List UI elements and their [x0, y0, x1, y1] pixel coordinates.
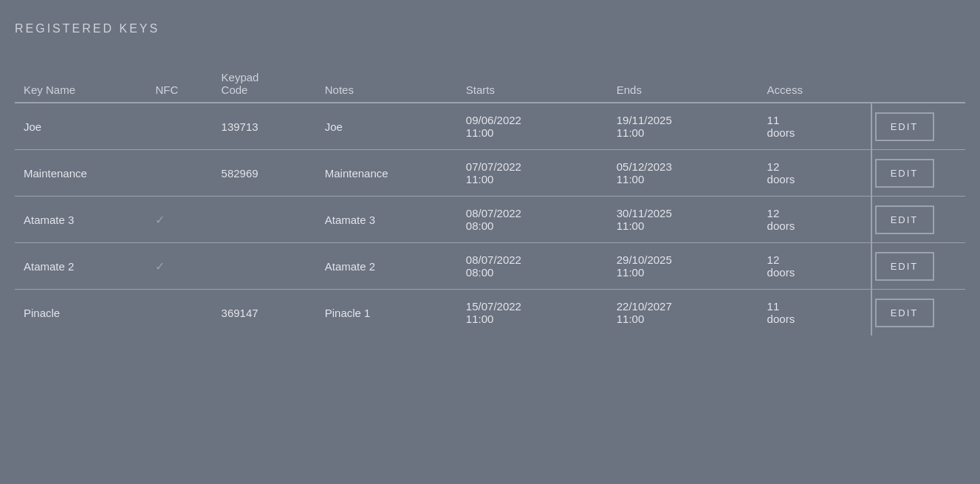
- cell-keyname: Atamate 3: [15, 197, 146, 243]
- cell-starts: 15/07/202211:00: [457, 290, 608, 336]
- edit-button-atamate-3[interactable]: EDIT: [875, 205, 934, 234]
- cell-keypad-code: 369147: [213, 290, 316, 336]
- cell-notes: Atamate 2: [316, 243, 457, 290]
- cell-notes: Atamate 3: [316, 197, 457, 243]
- cell-ends: 22/10/202711:00: [608, 290, 758, 336]
- cell-starts: 09/06/202211:00: [457, 103, 608, 150]
- edit-button-maintenance[interactable]: EDIT: [875, 159, 934, 188]
- cell-keypad-code: [213, 243, 316, 290]
- cell-access: 11doors: [758, 290, 871, 336]
- edit-button-pinacle[interactable]: EDIT: [875, 299, 934, 327]
- table-row: Atamate 3✓Atamate 308/07/202208:0030/11/…: [15, 197, 965, 243]
- main-container: REGISTERED KEYS Key Name NFC KeypadCode …: [15, 22, 965, 335]
- cell-starts: 08/07/202208:00: [457, 243, 608, 290]
- cell-keypad-code: 139713: [213, 103, 316, 150]
- table-body: Joe139713Joe09/06/202211:0019/11/202511:…: [15, 103, 965, 335]
- col-header-access: Access: [758, 65, 871, 103]
- cell-ends: 29/10/202511:00: [608, 243, 758, 290]
- cell-edit: EDIT: [871, 290, 965, 336]
- cell-starts: 07/07/202211:00: [457, 150, 608, 197]
- cell-nfc: [146, 290, 212, 336]
- cell-edit: EDIT: [871, 197, 965, 243]
- cell-ends: 19/11/202511:00: [608, 103, 758, 150]
- table-row: Pinacle369147Pinacle 115/07/202211:0022/…: [15, 290, 965, 336]
- col-header-edit: [871, 65, 965, 103]
- cell-keyname: Atamate 2: [15, 243, 146, 290]
- col-header-ends: Ends: [608, 65, 758, 103]
- cell-edit: EDIT: [871, 103, 965, 150]
- cell-access: 12doors: [758, 150, 871, 197]
- cell-access: 12doors: [758, 197, 871, 243]
- cell-access: 12doors: [758, 243, 871, 290]
- col-header-nfc: NFC: [146, 65, 212, 103]
- cell-keyname: Joe: [15, 103, 146, 150]
- registered-keys-table: Key Name NFC KeypadCode Notes Starts: [15, 65, 965, 335]
- edit-button-joe[interactable]: EDIT: [875, 112, 934, 141]
- col-header-notes: Notes: [316, 65, 457, 103]
- nfc-checkmark-icon: ✓: [155, 260, 165, 273]
- cell-ends: 05/12/202311:00: [608, 150, 758, 197]
- table-row: Atamate 2✓Atamate 208/07/202208:0029/10/…: [15, 243, 965, 290]
- cell-edit: EDIT: [871, 150, 965, 197]
- cell-nfc: [146, 103, 212, 150]
- col-header-starts: Starts: [457, 65, 608, 103]
- cell-keypad-code: 582969: [213, 150, 316, 197]
- page-title: REGISTERED KEYS: [15, 22, 965, 35]
- table-row: Maintenance582969Maintenance07/07/202211…: [15, 150, 965, 197]
- table-wrapper: Key Name NFC KeypadCode Notes Starts: [15, 65, 965, 335]
- cell-keyname: Maintenance: [15, 150, 146, 197]
- col-header-keyname: Key Name: [15, 65, 146, 103]
- cell-starts: 08/07/202208:00: [457, 197, 608, 243]
- cell-edit: EDIT: [871, 243, 965, 290]
- edit-button-atamate-2[interactable]: EDIT: [875, 252, 934, 281]
- table-header-row: Key Name NFC KeypadCode Notes Starts: [15, 65, 965, 103]
- cell-notes: Joe: [316, 103, 457, 150]
- cell-keypad-code: [213, 197, 316, 243]
- cell-nfc: ✓: [146, 197, 212, 243]
- cell-keyname: Pinacle: [15, 290, 146, 336]
- cell-notes: Pinacle 1: [316, 290, 457, 336]
- cell-nfc: ✓: [146, 243, 212, 290]
- cell-ends: 30/11/202511:00: [608, 197, 758, 243]
- col-header-keypad: KeypadCode: [213, 65, 316, 103]
- cell-nfc: [146, 150, 212, 197]
- table-row: Joe139713Joe09/06/202211:0019/11/202511:…: [15, 103, 965, 150]
- cell-notes: Maintenance: [316, 150, 457, 197]
- cell-access: 11doors: [758, 103, 871, 150]
- nfc-checkmark-icon: ✓: [155, 214, 165, 226]
